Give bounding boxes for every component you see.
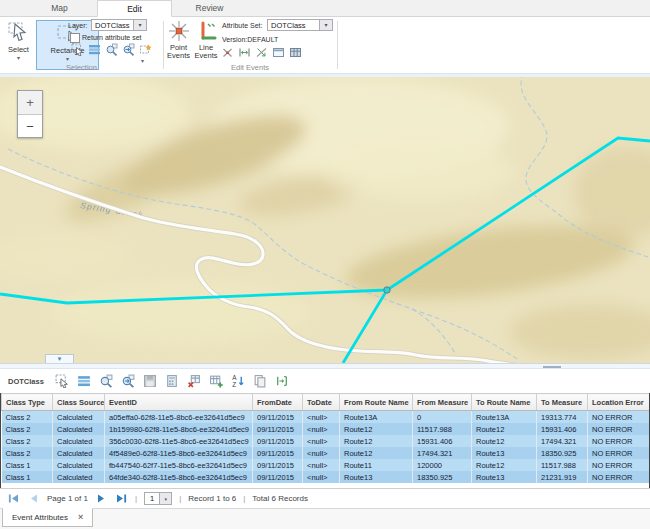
- table-row[interactable]: Class 2Calculated1b159980-62f8-11e5-8bc6…: [2, 423, 650, 435]
- table-cell[interactable]: <null>: [303, 471, 340, 483]
- column-header[interactable]: EventID: [105, 394, 253, 411]
- column-header[interactable]: To Route Name: [472, 394, 537, 411]
- table-cell[interactable]: 18350.925: [537, 447, 588, 459]
- table-cell[interactable]: 356c0030-62f8-11e5-8bc6-ee32641d5ec9: [105, 435, 253, 447]
- table-cell[interactable]: 11517.988: [413, 423, 472, 435]
- table-cell[interactable]: 09/11/2015: [253, 459, 303, 471]
- table-cell[interactable]: Calculated: [53, 411, 105, 424]
- delete-records-icon[interactable]: [187, 374, 201, 388]
- merge-event-icon[interactable]: [238, 46, 251, 59]
- column-header[interactable]: ToDate: [303, 394, 340, 411]
- column-header[interactable]: From Measure: [413, 394, 472, 411]
- table-row[interactable]: Class 2Calculated4f5489e0-62f8-11e5-8bc6…: [2, 447, 650, 459]
- zoom-out-button[interactable]: −: [18, 114, 42, 137]
- table-cell[interactable]: Class 1: [2, 471, 53, 483]
- table-row[interactable]: Class 2Calculated356c0030-62f8-11e5-8bc6…: [2, 435, 650, 447]
- table-cell[interactable]: NO ERROR: [588, 459, 650, 471]
- table-cell[interactable]: Route12: [340, 447, 413, 459]
- select-features-icon[interactable]: [55, 374, 69, 388]
- table-cell[interactable]: Calculated: [53, 423, 105, 435]
- table-cell[interactable]: Route13A: [340, 411, 413, 424]
- table-cell[interactable]: Class 1: [2, 459, 53, 471]
- table-cell[interactable]: NO ERROR: [588, 411, 650, 424]
- table-cell[interactable]: Route12: [472, 459, 537, 471]
- table-cell[interactable]: 19313.774: [537, 411, 588, 424]
- table-cell[interactable]: Route11: [340, 459, 413, 471]
- table-cell[interactable]: 11517.988: [537, 459, 588, 471]
- event-windows-icon[interactable]: [272, 46, 285, 59]
- table-cell[interactable]: <null>: [303, 435, 340, 447]
- zoom-to-selected-icon[interactable]: [99, 374, 113, 388]
- table-cell[interactable]: 09/11/2015: [253, 435, 303, 447]
- layer-dropdown[interactable]: DOTClass ▾: [91, 19, 147, 31]
- table-cell[interactable]: a05effa0-62f8-11e5-8bc6-ee32641d5ec9: [105, 411, 253, 424]
- route-junction-marker[interactable]: [384, 287, 390, 293]
- table-cell[interactable]: Route13: [472, 471, 537, 483]
- table-cell[interactable]: 18350.925: [413, 471, 472, 483]
- table-cell[interactable]: 1b159980-62f8-11e5-8bc6-ee32641d5ec9: [105, 423, 253, 435]
- table-cell[interactable]: Route13A: [472, 411, 537, 424]
- table-cell[interactable]: fb447540-62f7-11e5-8bc6-ee32641d5ec9: [105, 459, 253, 471]
- table-cell[interactable]: 17494.321: [537, 435, 588, 447]
- sort-icon[interactable]: AZ: [231, 374, 245, 388]
- table-cell[interactable]: NO ERROR: [588, 471, 650, 483]
- tab-event-attributes[interactable]: Event Attributes ×: [2, 508, 93, 527]
- chevron-down-icon[interactable]: ▾: [319, 20, 332, 30]
- chevron-down-icon[interactable]: ▾: [159, 493, 171, 504]
- selected-records-icon[interactable]: [77, 374, 91, 388]
- collapse-panel-button[interactable]: ▼: [45, 354, 74, 363]
- copy-page-icon[interactable]: [253, 374, 267, 388]
- table-cell[interactable]: 09/11/2015: [253, 411, 303, 424]
- return-attribute-set-checkbox[interactable]: [70, 33, 80, 43]
- measure-brackets-icon[interactable]: [275, 374, 289, 388]
- close-icon[interactable]: ×: [78, 513, 83, 522]
- table-row[interactable]: Class 1Calculated64fde340-62f8-11e5-8bc6…: [2, 471, 650, 483]
- table-row[interactable]: Class 1Calculatedfb447540-62f7-11e5-8bc6…: [2, 459, 650, 471]
- pan-to-selected-icon[interactable]: [121, 374, 135, 388]
- table-cell[interactable]: NO ERROR: [588, 423, 650, 435]
- attribute-set-dropdown[interactable]: DOTClass ▾: [267, 19, 333, 31]
- table-cell[interactable]: Calculated: [53, 435, 105, 447]
- chevron-down-icon[interactable]: ▾: [133, 20, 146, 30]
- table-cell[interactable]: Calculated: [53, 447, 105, 459]
- table-cell[interactable]: Calculated: [53, 471, 105, 483]
- table-cell[interactable]: 09/11/2015: [253, 423, 303, 435]
- table-cell[interactable]: <null>: [303, 423, 340, 435]
- zoom-to-selected-icon[interactable]: [105, 43, 118, 56]
- split-event-icon[interactable]: [221, 46, 234, 59]
- table-cell[interactable]: 21231.919: [537, 471, 588, 483]
- column-header[interactable]: FromDate: [253, 394, 303, 411]
- selected-records-icon[interactable]: [88, 43, 101, 56]
- table-cell[interactable]: Route12: [340, 435, 413, 447]
- table-cell[interactable]: <null>: [303, 447, 340, 459]
- table-cell[interactable]: Route13: [340, 471, 413, 483]
- tab-review[interactable]: Review: [172, 0, 247, 16]
- table-cell[interactable]: NO ERROR: [588, 447, 650, 459]
- trim-event-icon[interactable]: [255, 46, 268, 59]
- zoom-in-button[interactable]: +: [18, 91, 42, 114]
- first-page-icon[interactable]: [7, 492, 20, 505]
- pan-to-selected-icon[interactable]: [122, 43, 135, 56]
- table-cell[interactable]: 4f5489e0-62f8-11e5-8bc6-ee32641d5ec9: [105, 447, 253, 459]
- table-cell[interactable]: Route13: [472, 447, 537, 459]
- last-page-icon[interactable]: [115, 492, 128, 505]
- column-header[interactable]: Class Type: [2, 394, 53, 411]
- calculator-icon[interactable]: [165, 374, 179, 388]
- table-cell[interactable]: Class 2: [2, 411, 53, 424]
- column-header[interactable]: Location Error: [588, 394, 650, 411]
- column-header[interactable]: From Route Name: [340, 394, 413, 411]
- table-cell[interactable]: <null>: [303, 459, 340, 471]
- table-cell[interactable]: NO ERROR: [588, 435, 650, 447]
- column-header[interactable]: To Measure: [537, 394, 588, 411]
- table-cell[interactable]: Route12: [340, 423, 413, 435]
- save-icon[interactable]: [143, 374, 157, 388]
- table-cell[interactable]: Calculated: [53, 459, 105, 471]
- event-table-icon[interactable]: [289, 46, 302, 59]
- table-cell[interactable]: 09/11/2015: [253, 471, 303, 483]
- column-header[interactable]: Class Source: [53, 394, 105, 411]
- map-canvas[interactable]: Spring Creek + − ▼: [0, 77, 650, 363]
- tab-map[interactable]: Map: [22, 0, 97, 16]
- table-cell[interactable]: 17494.321: [413, 447, 472, 459]
- table-cell[interactable]: Class 2: [2, 435, 53, 447]
- tab-edit[interactable]: Edit: [97, 0, 172, 17]
